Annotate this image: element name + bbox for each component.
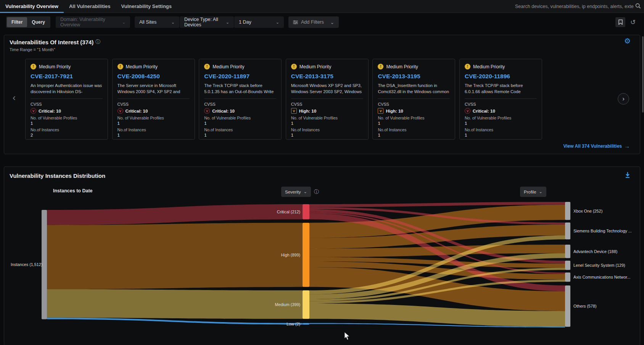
cve-description: Microsoft Windows XP SP2 and SP3, Window… (291, 82, 363, 95)
priority-icon (204, 64, 210, 69)
tab-vulnerability-overview[interactable]: Vulnerability Overview (0, 0, 64, 13)
sankey-profile-node[interactable] (565, 261, 570, 270)
cvss-label: CVSS (291, 102, 363, 106)
cve-link[interactable]: CVE-2013-3195 (378, 73, 450, 80)
scrollbar[interactable] (642, 36, 644, 113)
sankey-severity-node[interactable] (303, 223, 309, 287)
profile-groupby-dropdown[interactable]: Profile ⌄ (520, 187, 546, 197)
info-icon[interactable]: ⓘ (95, 39, 100, 45)
domain-dropdown-label: Domain: Vulnerability Overview (60, 17, 118, 27)
card-divider (118, 98, 190, 99)
sankey-severity-node[interactable] (303, 323, 309, 325)
vulnerability-card[interactable]: Medium Priority CVE-2013-3195 The DSA_In… (372, 59, 455, 140)
sankey-chart[interactable]: Instances (1,512)Critical (212)High (899… (4, 197, 641, 342)
severity-value: High: 10 (386, 109, 403, 113)
priority-label: Medium Priority (386, 64, 418, 69)
sankey-profile-node[interactable] (565, 285, 570, 327)
reset-icon[interactable]: ↺ (628, 16, 638, 28)
sankey-severity-label: Medium (399) (275, 302, 300, 307)
query-mode-button[interactable]: Query (27, 17, 50, 27)
time-range-dropdown[interactable]: 1 Day ⌄ (234, 16, 284, 28)
vulnerability-card[interactable]: Medium Priority CVE-2017-7921 An Imprope… (25, 59, 108, 140)
severity-dropdown-label: Severity (285, 190, 301, 194)
cve-link[interactable]: CVE-2020-11897 (204, 73, 276, 80)
priority-label: Medium Priority (473, 64, 505, 69)
cve-description: The Treck TCP/IP stack before 5.0.1.35 h… (204, 82, 276, 95)
vulnerability-card[interactable]: Medium Priority CVE-2008-4250 The Server… (112, 59, 195, 140)
sites-dropdown[interactable]: All Sites ⌄ (135, 16, 179, 28)
cve-link[interactable]: CVE-2017-7921 (31, 73, 103, 80)
sankey-flow[interactable] (47, 289, 303, 319)
vulnerabilities-of-interest-panel: Vulnerabilities Of Interest (374) ⓘ Time… (4, 35, 640, 154)
domain-dropdown[interactable]: Domain: Vulnerability Overview ⌄ (56, 16, 130, 28)
filter-bar: Filter Query Domain: Vulnerability Overv… (6, 16, 638, 29)
priority-label: Medium Priority (213, 64, 244, 69)
cvss-label: CVSS (118, 102, 190, 106)
severity-value: Critical: 10 (473, 109, 495, 113)
cve-link[interactable]: CVE-2013-3175 (291, 73, 363, 80)
bookmark-button[interactable] (615, 17, 625, 27)
priority-icon (465, 64, 470, 69)
view-all-vulnerabilities-link[interactable]: View All 374 Vulnerabilities → (563, 143, 630, 149)
chevron-down-icon: ⌄ (226, 20, 229, 25)
profiles-label: No. of Vulnerable Profiles (204, 116, 276, 120)
tab-vulnerability-settings[interactable]: Vulnerability Settings (116, 0, 177, 13)
profiles-value: 1 (378, 121, 450, 126)
chevron-down-icon: ⌄ (171, 20, 175, 25)
download-icon[interactable] (625, 172, 631, 179)
sankey-severity-node[interactable] (303, 204, 309, 219)
cvss-label: CVSS (378, 102, 450, 106)
sankey-severity-node[interactable] (303, 290, 309, 319)
priority-icon (378, 64, 383, 69)
time-range-dropdown-label: 1 Day (239, 19, 251, 25)
profiles-value: 1 (465, 121, 537, 126)
voi-title: Vulnerabilities Of Interest (374) (10, 39, 93, 45)
instances-value: 2 (31, 133, 103, 137)
carousel-right-button[interactable]: › (618, 93, 629, 105)
sankey-profile-node[interactable] (565, 245, 570, 258)
sankey-profile-label: Xbox One (252) (573, 209, 602, 213)
sankey-flow[interactable] (47, 223, 303, 289)
gear-icon[interactable]: ⚙ (624, 37, 631, 45)
cve-description: An Improper Authentication issue was dis… (31, 82, 103, 95)
cvss-label: CVSS (204, 102, 276, 106)
sankey-severity-label: Critical (212) (277, 210, 300, 214)
sankey-profile-node[interactable] (565, 222, 570, 239)
sankey-profile-node[interactable] (565, 272, 570, 282)
cve-description: The Server service in Microsoft Windows … (118, 82, 190, 95)
instances-value: 1 (118, 133, 190, 137)
sankey-severity-label: Low (2) (287, 322, 300, 326)
cve-link[interactable]: CVE-2008-4250 (118, 73, 190, 80)
sankey-profile-node[interactable] (565, 202, 570, 220)
card-divider (291, 98, 363, 99)
sankey-profile-label: Advantech Device (188) (573, 249, 617, 254)
voi-time-range: Time Range = "1 Month" (10, 47, 55, 52)
priority-label: Medium Priority (299, 64, 331, 69)
vulnerability-card[interactable]: Medium Priority CVE-2013-3175 Microsoft … (286, 59, 369, 140)
vid-title: Vulnerability Instances Distribution (10, 172, 105, 179)
chevron-down-icon: ⌄ (276, 20, 279, 25)
profiles-value: 1 (31, 121, 103, 126)
instances-value: 1 (291, 133, 363, 137)
severity-groupby-dropdown[interactable]: Severity ⌄ (281, 187, 311, 197)
vulnerability-card[interactable]: Medium Priority CVE-2020-11896 The Treck… (459, 59, 542, 140)
vulnerability-card[interactable]: Medium Priority CVE-2020-11897 The Treck… (199, 59, 282, 140)
profiles-label: No. of Vulnerable Profiles (465, 116, 537, 120)
add-filters-dropdown[interactable]: Add Filters ⌄ (288, 16, 339, 28)
search-input[interactable] (515, 4, 634, 9)
filter-mode-button[interactable]: Filter (7, 17, 27, 27)
priority-label: Medium Priority (39, 64, 71, 69)
device-type-dropdown[interactable]: Device Type: All Devices ⌄ (180, 16, 234, 28)
top-nav: Vulnerability Overview All Vulnerabiliti… (0, 0, 644, 13)
info-icon[interactable]: ⓘ (314, 189, 319, 195)
card-divider (204, 98, 276, 99)
chevron-down-icon: ⌄ (122, 20, 126, 25)
global-search[interactable] (515, 2, 641, 11)
cve-link[interactable]: CVE-2020-11896 (465, 73, 537, 80)
sliders-icon (293, 20, 298, 24)
tab-all-vulnerabilities[interactable]: All Vulnerabilities (64, 0, 116, 13)
profiles-label: No. of Vulnerable Profiles (118, 116, 190, 120)
priority-icon (291, 64, 297, 69)
sankey-flow[interactable] (47, 204, 303, 225)
search-icon[interactable] (635, 3, 641, 10)
